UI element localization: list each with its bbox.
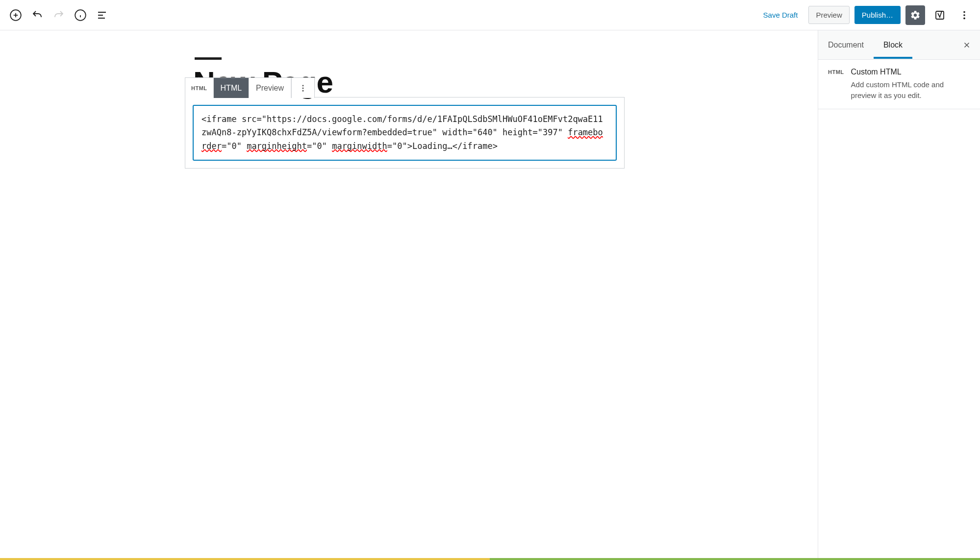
svg-point-15 [302,90,304,91]
block-card-text: Custom HTML Add custom HTML code and pre… [851,68,970,101]
undo-icon [31,9,43,21]
top-toolbar: Save Draft Preview Publish… [0,0,980,30]
svg-point-14 [302,87,304,89]
editor-content: New Page HTML HTML Preview [164,30,654,195]
gear-icon [910,10,921,21]
sidebar-body: HTML Custom HTML Add custom HTML code an… [818,60,980,109]
bottom-accent [0,558,980,560]
block-more-button[interactable] [292,78,314,98]
undo-button[interactable] [27,5,47,25]
main-layout: New Page HTML HTML Preview [0,30,980,560]
svg-point-13 [302,85,304,86]
settings-button[interactable] [905,5,925,25]
toolbar-right: Save Draft Preview Publish… [757,5,974,25]
add-block-button[interactable] [6,5,25,25]
toolbar-left [6,5,112,25]
block-card: HTML Custom HTML Add custom HTML code an… [828,68,970,101]
info-icon [74,9,87,22]
preview-button[interactable]: Preview [808,6,849,24]
html-icon: HTML [828,68,844,75]
yoast-icon [934,9,946,21]
preview-tab[interactable]: Preview [249,78,291,98]
html-textarea-wrap: <iframe src="https://docs.google.com/for… [185,97,624,168]
block-card-description: Add custom HTML code and preview it as y… [851,79,970,101]
title-rule [195,57,222,60]
more-options-button[interactable] [955,5,974,25]
save-draft-button[interactable]: Save Draft [757,7,804,23]
svg-point-12 [963,17,965,19]
html-code-input[interactable]: <iframe src="https://docs.google.com/for… [193,105,616,160]
outline-button[interactable] [92,5,112,25]
custom-html-block[interactable]: HTML HTML Preview <iframe src="https://d… [185,97,625,169]
info-button[interactable] [71,5,90,25]
redo-button[interactable] [49,5,69,25]
settings-sidebar: Document Block HTML Custom HTML Add cust… [818,30,980,560]
tab-block[interactable]: Block [874,32,912,58]
svg-point-10 [963,11,965,13]
publish-button[interactable]: Publish… [854,6,901,24]
block-type-icon[interactable]: HTML [185,78,214,98]
yoast-button[interactable] [930,5,950,25]
block-card-title: Custom HTML [851,68,970,76]
close-icon [962,41,971,49]
svg-point-11 [963,14,965,16]
block-toolbar: HTML HTML Preview [185,77,315,98]
sidebar-close-button[interactable] [954,30,980,59]
kebab-icon [299,84,307,93]
kebab-icon [959,10,970,21]
list-icon [96,9,108,21]
redo-icon [53,9,65,21]
sidebar-tabs: Document Block [818,30,980,60]
html-tab[interactable]: HTML [214,78,250,98]
html-icon: HTML [191,85,207,91]
editor-area: New Page HTML HTML Preview [0,30,818,560]
tab-document[interactable]: Document [818,32,874,58]
plus-circle-icon [9,9,22,22]
